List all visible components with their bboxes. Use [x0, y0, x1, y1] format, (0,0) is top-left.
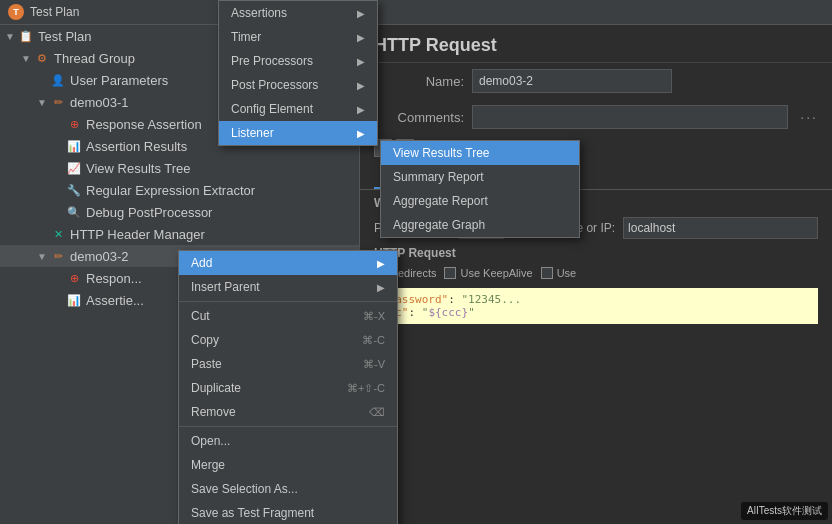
menu-item-merge[interactable]: Merge [179, 453, 397, 477]
submenu-listener-view-results-tree[interactable]: View Results Tree [381, 141, 579, 165]
toggle-regex [52, 184, 64, 196]
label-demo03-1: demo03-1 [70, 95, 129, 110]
submenu-label-assertions: Assertions [231, 6, 287, 20]
menu-item-duplicate[interactable]: Duplicate ⌘+⇧-C [179, 376, 397, 400]
menu-item-cut[interactable]: Cut ⌘-X [179, 304, 397, 328]
submenu-add-config-element[interactable]: Config Element ▶ [219, 97, 377, 121]
context-menu[interactable]: Add ▶ Insert Parent ▶ Cut ⌘-X Copy ⌘-C P… [178, 250, 398, 524]
menu-label-cut: Cut [191, 309, 210, 323]
label-view-results-tree: View Results Tree [393, 146, 490, 160]
menu-item-paste[interactable]: Paste ⌘-V [179, 352, 397, 376]
toggle-thread-group[interactable]: ▼ [20, 52, 32, 64]
tree-item-view-results[interactable]: 📈 View Results Tree [0, 157, 359, 179]
toggle-response2 [52, 272, 64, 284]
menu-divider-2 [179, 426, 397, 427]
use-label: Use [557, 267, 577, 279]
name-input[interactable] [472, 69, 672, 93]
menu-item-copy[interactable]: Copy ⌘-C [179, 328, 397, 352]
label-view-results: View Results Tree [86, 161, 191, 176]
password-line: "password": "12345... [382, 293, 810, 306]
name-row: Name: [360, 63, 832, 99]
label-regex: Regular Expression Extractor [86, 183, 255, 198]
submenu-label-config-element: Config Element [231, 102, 313, 116]
label-debug: Debug PostProcessor [86, 205, 212, 220]
menu-divider-1 [179, 301, 397, 302]
arrow-assertions: ▶ [357, 8, 365, 19]
icon-response2: ⊕ [66, 270, 82, 286]
menu-label-copy: Copy [191, 333, 219, 347]
submenu-listener[interactable]: View Results Tree Summary Report Aggrega… [380, 140, 580, 238]
toggle-assertion-results [52, 140, 64, 152]
icon-response-assertion: ⊕ [66, 116, 82, 132]
submenu-add[interactable]: Assertions ▶ Timer ▶ Pre Processors ▶ Po… [218, 0, 378, 146]
label-aggregate-graph: Aggregate Graph [393, 218, 485, 232]
app-icon: T [8, 4, 24, 20]
icon-assertion-results: 📊 [66, 138, 82, 154]
menu-arrow-insert-parent: ▶ [377, 282, 385, 293]
title-bar-text: Test Plan [30, 5, 79, 19]
submenu-add-timer[interactable]: Timer ▶ [219, 25, 377, 49]
cc-line: "cc": "${ccc}" [382, 306, 810, 319]
name-label: Name: [374, 74, 464, 89]
use-checkbox[interactable] [541, 267, 553, 279]
menu-label-paste: Paste [191, 357, 222, 371]
keepalive-checkbox[interactable] [444, 267, 456, 279]
tree-item-regex[interactable]: 🔧 Regular Expression Extractor [0, 179, 359, 201]
toggle-view-results [52, 162, 64, 174]
menu-item-add[interactable]: Add ▶ [179, 251, 397, 275]
shortcut-duplicate: ⌘+⇧-C [347, 382, 385, 395]
shortcut-remove: ⌫ [369, 406, 385, 419]
submenu-label-pre-processors: Pre Processors [231, 54, 313, 68]
menu-label-open: Open... [191, 434, 230, 448]
label-header-manager: HTTP Header Manager [70, 227, 205, 242]
submenu-add-assertions[interactable]: Assertions ▶ [219, 1, 377, 25]
arrow-listener: ▶ [357, 128, 365, 139]
use-checkbox-row: Use [541, 267, 577, 279]
tree-item-debug[interactable]: 🔍 Debug PostProcessor [0, 201, 359, 223]
label-aggregate-report: Aggregate Report [393, 194, 488, 208]
keepalive-checkbox-row: Use KeepAlive [444, 267, 532, 279]
menu-item-insert-parent[interactable]: Insert Parent ▶ [179, 275, 397, 299]
label-thread-group: Thread Group [54, 51, 135, 66]
title-bar: T Test Plan [0, 0, 832, 25]
submenu-add-listener[interactable]: Listener ▶ [219, 121, 377, 145]
menu-item-remove[interactable]: Remove ⌫ [179, 400, 397, 424]
menu-label-insert-parent: Insert Parent [191, 280, 260, 294]
http-request-header: HTTP Request [360, 242, 832, 264]
submenu-listener-aggregate-graph[interactable]: Aggregate Graph [381, 213, 579, 237]
shortcut-cut: ⌘-X [363, 310, 385, 323]
menu-item-open[interactable]: Open... [179, 429, 397, 453]
label-response2: Respon... [86, 271, 142, 286]
more-options-icon[interactable]: ··· [800, 109, 818, 125]
menu-label-save-selection: Save Selection As... [191, 482, 298, 496]
icon-thread-group: ⚙ [34, 50, 50, 66]
submenu-add-pre-processors[interactable]: Pre Processors ▶ [219, 49, 377, 73]
submenu-label-listener: Listener [231, 126, 274, 140]
label-summary-report: Summary Report [393, 170, 484, 184]
comments-row: Comments: ··· [360, 99, 832, 135]
icon-debug: 🔍 [66, 204, 82, 220]
split-pane: ▼ 📋 Test Plan ▼ ⚙ Thread Group 👤 User Pa… [0, 25, 832, 524]
toggle-demo03-1[interactable]: ▼ [36, 96, 48, 108]
label-assertie: Assertie... [86, 293, 144, 308]
menu-item-save-selection[interactable]: Save Selection As... [179, 477, 397, 501]
submenu-add-post-processors[interactable]: Post Processors ▶ [219, 73, 377, 97]
icon-view-results: 📈 [66, 160, 82, 176]
comments-input[interactable] [472, 105, 788, 129]
toggle-test-plan[interactable]: ▼ [4, 30, 16, 42]
toggle-demo03-2[interactable]: ▼ [36, 250, 48, 262]
menu-item-save-fragment[interactable]: Save as Test Fragment [179, 501, 397, 524]
submenu-label-timer: Timer [231, 30, 261, 44]
label-user-params: User Parameters [70, 73, 168, 88]
submenu-label-post-processors: Post Processors [231, 78, 318, 92]
server-input[interactable] [623, 217, 818, 239]
icon-plan: 📋 [18, 28, 34, 44]
label-response-assertion: Response Assertion [86, 117, 202, 132]
icon-demo03-1: ✏ [50, 94, 66, 110]
submenu-listener-aggregate-report[interactable]: Aggregate Report [381, 189, 579, 213]
tree-item-header-manager[interactable]: ✕ HTTP Header Manager [0, 223, 359, 245]
menu-label-merge: Merge [191, 458, 225, 472]
submenu-listener-summary-report[interactable]: Summary Report [381, 165, 579, 189]
menu-label-save-fragment: Save as Test Fragment [191, 506, 314, 520]
icon-regex: 🔧 [66, 182, 82, 198]
